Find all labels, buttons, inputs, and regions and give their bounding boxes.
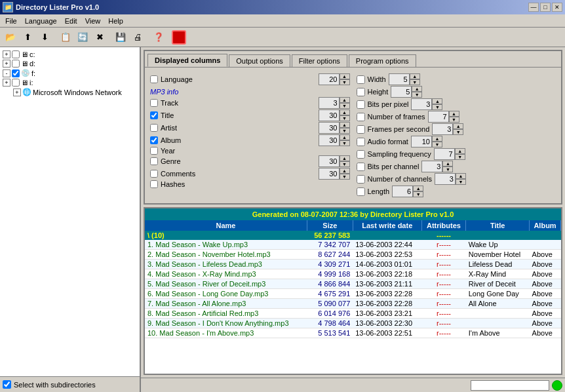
- col-title-input[interactable]: [319, 109, 340, 121]
- status-search-input[interactable]: [471, 380, 549, 391]
- table-row[interactable]: 3. Mad Season - Lifeless Dead.mp34 309 2…: [145, 260, 561, 269]
- col-af-down[interactable]: ▼: [432, 142, 442, 147]
- tree-item-network[interactable]: + 🌐 Microsoft Windows Network: [3, 87, 137, 97]
- col-sf-up[interactable]: ▲: [455, 148, 465, 154]
- menu-edit[interactable]: Edit: [61, 16, 81, 26]
- menu-file[interactable]: File: [1, 16, 21, 26]
- tree-expand-c[interactable]: +: [3, 50, 10, 58]
- tb-refresh-btn[interactable]: 🔄: [75, 29, 90, 45]
- col-hashes-check[interactable]: [150, 180, 158, 188]
- maximize-button[interactable]: □: [540, 3, 551, 12]
- col-length-input[interactable]: [392, 186, 413, 197]
- col-year-check[interactable]: [150, 147, 158, 155]
- col-bpp-up[interactable]: ▲: [432, 98, 442, 104]
- col-language-input[interactable]: [319, 73, 340, 85]
- col-artist-down[interactable]: ▼: [340, 128, 350, 134]
- col-album-check[interactable]: [150, 136, 158, 144]
- col-bpc-input[interactable]: [421, 161, 442, 172]
- tree-check-i[interactable]: [12, 79, 20, 87]
- col-width-down[interactable]: ▼: [410, 79, 420, 85]
- col-comments-up[interactable]: ▲: [340, 168, 350, 174]
- col-track-down[interactable]: ▼: [340, 103, 350, 109]
- col-bpc-check[interactable]: [357, 163, 365, 171]
- col-width-up[interactable]: ▲: [410, 73, 420, 79]
- tb-down-btn[interactable]: ⬇: [37, 29, 52, 45]
- menu-language[interactable]: Language: [21, 16, 61, 26]
- select-subdirs-label[interactable]: Select with subdirectories: [3, 380, 96, 389]
- col-track-input[interactable]: [319, 97, 340, 109]
- table-row[interactable]: 2. Mad Season - November Hotel.mp38 627 …: [145, 250, 561, 260]
- minimize-button[interactable]: —: [528, 3, 539, 12]
- col-genre-check[interactable]: [150, 157, 158, 165]
- col-width-input[interactable]: [389, 73, 410, 85]
- col-height-up[interactable]: ▲: [412, 86, 422, 92]
- tree-item-d[interactable]: + 🖥 d:: [3, 59, 137, 68]
- col-noc-up[interactable]: ▲: [456, 173, 466, 179]
- col-length-down[interactable]: ▼: [413, 191, 423, 197]
- col-genre-down[interactable]: ▼: [340, 161, 350, 167]
- col-fps-input[interactable]: [432, 123, 453, 135]
- tb-print-btn[interactable]: 🖨: [130, 29, 146, 45]
- col-nof-check[interactable]: [357, 113, 365, 121]
- col-noc-down[interactable]: ▼: [456, 179, 466, 185]
- col-artist-check[interactable]: [150, 124, 158, 132]
- col-af-up[interactable]: ▲: [432, 136, 442, 142]
- col-bpp-down[interactable]: ▼: [432, 104, 442, 110]
- col-bpc-up[interactable]: ▲: [442, 161, 453, 167]
- col-nof-up[interactable]: ▲: [449, 111, 459, 117]
- tree-item-c[interactable]: + 🖥 c:: [3, 50, 137, 59]
- col-length-check[interactable]: [357, 187, 365, 196]
- col-fps-check[interactable]: [357, 125, 365, 134]
- col-track-check[interactable]: [150, 99, 158, 107]
- table-row[interactable]: 9. Mad Season - I Don't Know Anything.mp…: [145, 319, 561, 328]
- col-bpp-input[interactable]: [411, 98, 432, 110]
- col-bpc-down[interactable]: ▼: [442, 167, 453, 172]
- col-comments-check[interactable]: [150, 170, 158, 178]
- col-album-up[interactable]: ▲: [340, 134, 350, 140]
- tree-check-f[interactable]: [12, 69, 20, 77]
- col-title-down[interactable]: ▼: [340, 115, 350, 121]
- col-bpp-check[interactable]: [357, 100, 365, 109]
- tb-stop-btn[interactable]: [172, 30, 186, 45]
- col-af-input[interactable]: [411, 136, 432, 147]
- table-row[interactable]: 7. Mad Season - All Alone.mp35 090 07713…: [145, 299, 561, 309]
- table-row[interactable]: 4. Mad Season - X-Ray Mind.mp34 999 1681…: [145, 269, 561, 279]
- col-sf-down[interactable]: ▼: [455, 154, 465, 160]
- col-height-down[interactable]: ▼: [412, 92, 422, 98]
- tb-open-btn[interactable]: 📂: [3, 29, 18, 45]
- select-subdirs-checkbox[interactable]: [3, 380, 11, 389]
- menu-help[interactable]: Help: [104, 16, 127, 26]
- tree-expand-i[interactable]: +: [3, 79, 10, 87]
- col-genre-up[interactable]: ▲: [340, 155, 350, 161]
- tree-item-i[interactable]: + 🖥 i:: [3, 78, 137, 87]
- col-nof-input[interactable]: [428, 111, 449, 123]
- table-row[interactable]: 6. Mad Season - Long Gone Day.mp34 675 2…: [145, 289, 561, 299]
- col-track-up[interactable]: ▲: [340, 97, 350, 103]
- table-row[interactable]: 1. Mad Season - Wake Up.mp37 342 70713-0…: [145, 240, 561, 250]
- tree-expand-f[interactable]: -: [3, 69, 10, 77]
- tab-program-options[interactable]: Program options: [349, 54, 416, 67]
- col-artist-up[interactable]: ▲: [340, 122, 350, 128]
- table-row[interactable]: 5. Mad Season - River of Deceit.mp34 866…: [145, 279, 561, 289]
- col-language-up[interactable]: ▲: [340, 73, 350, 79]
- col-artist-input[interactable]: [319, 122, 340, 134]
- col-genre-input[interactable]: [319, 155, 340, 167]
- col-fps-down[interactable]: ▼: [453, 129, 463, 135]
- col-album-input[interactable]: [319, 134, 340, 146]
- tb-help-btn[interactable]: ❓: [151, 29, 166, 45]
- tree-item-f[interactable]: - 💿 f:: [3, 68, 137, 78]
- col-title-up[interactable]: ▲: [340, 109, 350, 115]
- col-sf-check[interactable]: [357, 150, 365, 159]
- col-af-check[interactable]: [357, 138, 365, 146]
- col-height-input[interactable]: [391, 86, 412, 98]
- col-nof-down[interactable]: ▼: [449, 117, 459, 123]
- col-noc-check[interactable]: [357, 175, 365, 184]
- tb-save-btn[interactable]: 💾: [113, 29, 128, 45]
- close-button[interactable]: ✕: [552, 3, 562, 12]
- tree-check-d[interactable]: [12, 60, 20, 68]
- col-width-check[interactable]: [357, 75, 365, 84]
- col-length-up[interactable]: ▲: [413, 186, 423, 191]
- tab-filter-options[interactable]: Filter options: [292, 54, 347, 67]
- col-title-check[interactable]: [150, 111, 158, 119]
- menu-view[interactable]: View: [81, 16, 105, 26]
